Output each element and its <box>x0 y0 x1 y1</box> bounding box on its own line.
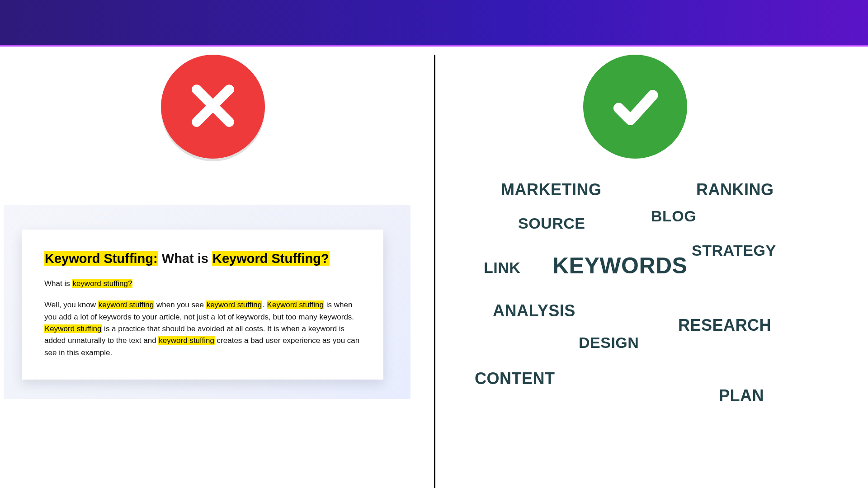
document-body: Well, you know keyword stuffing when you… <box>44 299 361 359</box>
check-icon <box>606 76 665 137</box>
sub-text: What is <box>44 279 72 288</box>
good-example-panel: MARKETINGRANKINGBLOGSOURCESTRATEGYLINKKE… <box>434 47 868 488</box>
cloud-word-ranking: RANKING <box>696 180 774 199</box>
cloud-word-plan: PLAN <box>719 386 764 405</box>
cloud-word-strategy: STRATEGY <box>692 242 776 259</box>
title-highlight-1: Keyword Stuffing: <box>44 251 158 266</box>
title-highlight-2: Keyword Stuffing? <box>212 251 330 266</box>
body-highlight-1: keyword stuffing <box>98 300 155 309</box>
x-icon <box>186 79 240 135</box>
document-title: Keyword Stuffing: What is Keyword Stuffi… <box>44 250 361 267</box>
body-highlight-4: Keyword stuffing <box>44 324 102 333</box>
body-text: Well, you know <box>44 300 98 309</box>
cloud-word-blog: BLOG <box>651 207 696 225</box>
check-badge <box>583 55 687 159</box>
cloud-word-keywords: KEYWORDS <box>552 253 687 279</box>
cloud-word-design: DESIGN <box>579 334 639 352</box>
slide-body: Keyword Stuffing: What is Keyword Stuffi… <box>0 47 868 488</box>
body-highlight-2: keyword stuffing <box>206 300 263 309</box>
cloud-word-marketing: MARKETING <box>501 180 602 199</box>
cloud-word-content: CONTENT <box>475 369 555 388</box>
cloud-word-analysis: ANALYSIS <box>493 301 576 320</box>
cloud-word-link: LINK <box>484 259 520 277</box>
sub-highlight: keyword stuffing? <box>72 279 132 288</box>
body-highlight-5: keyword stuffing <box>158 336 215 345</box>
body-text: when you see <box>154 300 206 309</box>
cloud-word-source: SOURCE <box>518 215 585 232</box>
title-text: What is <box>158 251 212 266</box>
x-badge <box>161 55 265 159</box>
body-text: . <box>262 300 266 309</box>
cloud-word-research: RESEARCH <box>678 316 771 335</box>
header-band <box>0 0 868 47</box>
document-subheading: What is keyword stuffing? <box>44 279 361 288</box>
bad-example-panel: Keyword Stuffing: What is Keyword Stuffi… <box>0 47 434 488</box>
document-card: Keyword Stuffing: What is Keyword Stuffi… <box>22 230 383 380</box>
body-highlight-3: Keyword stuffing <box>267 300 324 309</box>
